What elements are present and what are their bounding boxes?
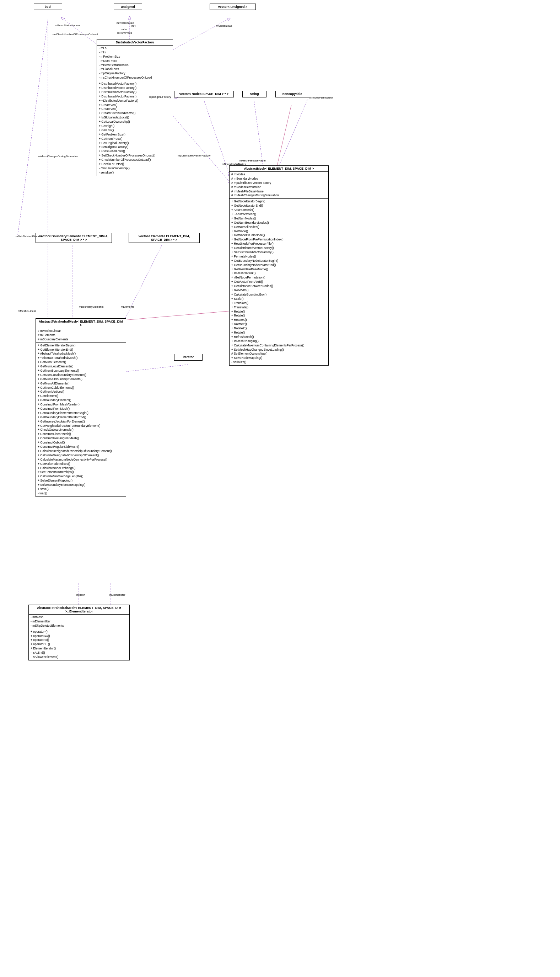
dvf-field-6: - mGlobalLows (99, 67, 171, 72)
am-m10: + GetNodeFromPrePermutationIndex() (231, 238, 327, 242)
am-m11: + ReadNodePerProcessorFile() (231, 242, 327, 246)
atm-m13: + GetElement() (38, 394, 124, 398)
atm-m10: + GetNumAllElements() (38, 381, 124, 386)
atm-f1: # mMeshIsLinear (38, 329, 124, 333)
atm-m5: + GetNumElements() (38, 360, 124, 365)
atm-methods: + GetElementIteratorBegin() + GetElement… (36, 343, 126, 497)
bool-box-title: bool (34, 4, 62, 10)
label-mMesh: mMesh (77, 593, 85, 596)
atm-m2: + GetElementIteratorEnd() (38, 348, 124, 352)
atm-m6: + GetNumLocalElements() (38, 365, 124, 369)
am-m39: - serialize() (231, 360, 327, 365)
am-m34: + IsMeshChanging() (231, 339, 327, 344)
ei-m2: + operator==() (30, 634, 128, 638)
am-m7: + GetNumAllNodes() (231, 225, 327, 229)
dvf-m3: + DistributedVectorFactory() (99, 90, 171, 95)
element-iterator-box: AbstractTetrahedralMesh< ELEMENT_DIM, SP… (28, 605, 130, 661)
am-methods: + GetNodeIteratorBegin() + GetNodeIterat… (230, 199, 328, 365)
dvf-m9: + IsGlobalIndexLocal() (99, 115, 171, 120)
ei-f1: - mrMesh (30, 615, 128, 619)
label-mBoundaryElements: mBoundaryElements (79, 305, 104, 308)
am-m9: + GetNodeOrHaloNode() (231, 233, 327, 238)
ei-m7: - IsAllowedElement() (30, 655, 128, 659)
svg-line-6 (277, 105, 292, 166)
am-m8: + GetNode() (231, 229, 327, 234)
svg-line-15 (18, 20, 48, 235)
am-m21: + GetDistanceBetweenNodes() (231, 284, 327, 288)
atm-m1: + GetElementIteratorBegin() (38, 344, 124, 348)
label-mPetscStatusKnown: mPetscStatusKnown (55, 24, 80, 27)
am-m37: # SetElementOwnerships() (231, 352, 327, 356)
atm-m19: + GetInverseJacobianForElement() (38, 420, 124, 424)
string-box: string (242, 91, 267, 97)
atm-m16: + ConstructFromMesh() (38, 407, 124, 411)
dvf-m18: + SetCheckNumberOfProcessesOnLoad() (99, 154, 171, 158)
atm-title: AbstractTetrahedralMesh< ELEMENT_DIM, SP… (36, 319, 126, 328)
atm-m28: + CalculateMaximumNodeConnectivityPerPro… (38, 458, 124, 462)
am-m26: + Translate() (231, 306, 327, 310)
ei-methods: + operator*() + operator==() + operator!… (29, 629, 129, 660)
dvf-m15: + GetOriginalFactory() (99, 141, 171, 146)
dvf-m13: + GetProblemSize() (99, 133, 171, 137)
vector-boundary-element-box: vector< BoundaryElement< ELEMENT_DIM-1, … (35, 233, 112, 243)
label-mMeshChangesDuringSimulation: mMeshChangesDuringSimulation (38, 155, 78, 158)
label-mNodesPermutation: mNodesPermutation (309, 96, 333, 99)
label-mGlobalLows: mGlobalLows (216, 24, 232, 27)
am-m32: + Rotate() (231, 331, 327, 335)
label-mElementIter: mElementIter (110, 593, 125, 596)
am-f6: # mMeshChangesDuringSimulation (231, 194, 327, 198)
dvf-m8: + CreateDistributedVector() (99, 111, 171, 115)
am-m16: + GetBoundaryNodeIteratorEnd() (231, 263, 327, 268)
am-m6: + GetNumBoundaryNodes() (231, 221, 327, 225)
atm-m22: + ConstructLinearMesh() (38, 432, 124, 437)
dvf-field-4: - mNumProcs (99, 59, 171, 63)
am-m18: + IsMeshOnDisk() (231, 271, 327, 276)
dvf-fields: - mLo - mHi - mProblemSize - mNumProcs -… (97, 45, 173, 81)
atm-m26: + CalculateDesignatedOwnershipOfBoundary… (38, 449, 124, 453)
ei-f3: - mSkipDeletedElements (30, 624, 128, 628)
atm-fields: # mMeshIsLinear # mElements # mBoundaryE… (36, 328, 126, 343)
atm-m18: + GetBoundaryElementIteratorEnd() (38, 415, 124, 420)
am-f4: # mNodesPermutation (231, 185, 327, 189)
label-mLo: mLo (122, 28, 127, 31)
label-mMeshFileBaseName: mMeshFileBaseName (240, 159, 266, 162)
atm-m7: + GetNumBoundaryElements() (38, 369, 124, 373)
am-m12: + GetDistributedVectorFactory() (231, 246, 327, 250)
dvf-field-2: - mHi (99, 50, 171, 55)
distributed-vector-factory-box: DistributedVectorFactory - mLo - mHi - m… (97, 39, 173, 176)
am-m31: + RotateZ() (231, 326, 327, 331)
atm-m12: + GetNumVertices() (38, 390, 124, 394)
am-m4: + ~AbstractMesh() (231, 212, 327, 217)
label-mNodes: mNodes (236, 162, 246, 166)
dvf-m21: - CalculateOwnership() (99, 166, 171, 171)
dvf-m5: + ~DistributedVectorFactory() (99, 99, 171, 103)
vector-unsigned-box-title: vector< unsigned > (210, 4, 255, 10)
ei-fields: - mrMesh - mElementIter - mSkipDeletedEl… (29, 615, 129, 629)
label-mMeshIsLinear: mMeshIsLinear (18, 309, 36, 313)
vector-unsigned-box: vector< unsigned > (210, 3, 256, 10)
atm-m9: + GetNumAllBoundaryElements() (38, 377, 124, 381)
am-f2: # mBoundaryNodes (231, 177, 327, 181)
am-m23: + CalculateBoundingBox() (231, 293, 327, 297)
noncopyable-box: noncopyable (275, 91, 309, 97)
vector-node-title: vector< Node< SPACE_DIM > * > (175, 91, 233, 97)
label-mElements: mElements (121, 305, 134, 308)
atm-m31: # SetElementOwnerships() (38, 470, 124, 475)
string-title: string (243, 91, 266, 97)
diagram-container: AbstractMesh (dashed) --> AbstractMesh -… (0, 0, 560, 977)
dvf-m11: + GetHigh() (99, 124, 171, 129)
dvf-m16: + SetOriginalFactory() (99, 145, 171, 149)
vector-element-box: vector< Element< ELEMENT_DIM, SPACE_DIM … (128, 233, 200, 243)
vbe-title: vector< BoundaryElement< ELEMENT_DIM-1, … (36, 233, 112, 243)
dvf-title: DistributedVectorFactory (97, 40, 173, 45)
ei-m1: + operator*() (30, 630, 128, 634)
abstract-mesh-box: AbstractMesh< ELEMENT_DIM, SPACE_DIM > #… (229, 166, 329, 366)
am-f1: # mNodes (231, 172, 327, 177)
atm-m36: - load() (38, 492, 124, 496)
dvf-field-7: - mpOriginalFactory (99, 72, 171, 76)
dvf-m14: + GetNumProcs() (99, 137, 171, 141)
atm-m11: + GetNumCableElements() (38, 386, 124, 390)
atm-m33: + SolveElementMapping() (38, 479, 124, 483)
atm-m23: + ConstructRectangularMesh() (38, 437, 124, 441)
iterator-title: iterator (175, 354, 202, 360)
